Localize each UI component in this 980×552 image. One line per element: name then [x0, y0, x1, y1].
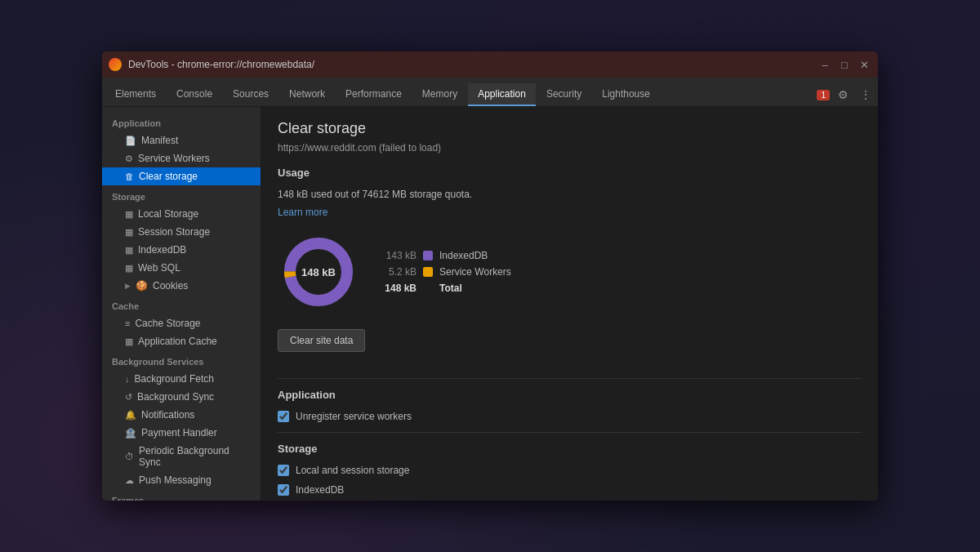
manifest-icon: 📄 [125, 136, 136, 146]
checkbox-local-session: Local and session storage [278, 465, 862, 476]
legend-indexeddb-size: 143 kB [384, 250, 416, 261]
sidebar-item-session-storage-label: Session Storage [138, 226, 210, 238]
legend-sw-label: Service Workers [439, 266, 511, 278]
legend-indexeddb: 143 kB IndexedDB [384, 250, 511, 261]
session-storage-icon: ▦ [125, 227, 133, 238]
legend-sw-size: 5.2 kB [384, 266, 416, 278]
tab-security[interactable]: Security [537, 83, 591, 106]
sidebar-section-application: Application [102, 112, 261, 131]
indexeddb-icon: ▦ [125, 245, 133, 256]
sidebar-item-push-messaging-label: Push Messaging [139, 474, 212, 486]
divider-storage [278, 432, 862, 433]
title-bar: DevTools - chrome-error://chromewebdata/… [102, 51, 878, 78]
notifications-icon: 🔔 [125, 410, 136, 421]
sidebar-item-background-sync[interactable]: ↺ Background Sync [102, 388, 261, 406]
sidebar-item-indexeddb[interactable]: ▦ IndexedDB [102, 241, 261, 259]
cache-storage-icon: ≡ [125, 318, 130, 328]
sidebar-item-cache-storage-label: Cache Storage [135, 318, 200, 329]
expand-icon: ▶ [125, 282, 131, 290]
sidebar-item-periodic-bg-sync[interactable]: ⏱ Periodic Background Sync [102, 442, 261, 471]
sidebar-section-cache: Cache [102, 295, 261, 314]
local-storage-icon: ▦ [125, 209, 133, 220]
sidebar: Application 📄 Manifest ⚙ Service Workers… [102, 107, 261, 501]
sidebar-item-manifest-label: Manifest [141, 135, 178, 146]
more-options-icon[interactable]: ⋮ [857, 87, 875, 103]
learn-more-link[interactable]: Learn more [278, 207, 327, 218]
sidebar-item-push-messaging[interactable]: ☁ Push Messaging [102, 471, 261, 489]
legend-total-label: Total [439, 283, 462, 294]
checkbox-local-session-label: Local and session storage [296, 465, 409, 476]
periodic-bg-sync-icon: ⏱ [125, 452, 134, 461]
checkbox-indexeddb: IndexedDB [278, 484, 862, 496]
tab-elements[interactable]: Elements [105, 83, 166, 106]
tab-bar-right: 1 ⚙ ⋮ [817, 87, 875, 106]
checkbox-indexeddb-input[interactable] [278, 484, 289, 496]
sidebar-item-application-cache-label: Application Cache [138, 336, 217, 347]
checkbox-indexeddb-label: IndexedDB [296, 484, 344, 496]
tab-console[interactable]: Console [167, 83, 222, 106]
legend-indexeddb-color [423, 251, 433, 260]
sidebar-section-frames: Frames [102, 489, 261, 501]
service-workers-icon: ⚙ [125, 154, 133, 164]
maximize-button[interactable]: □ [837, 57, 852, 72]
checkbox-unregister-sw-input[interactable] [278, 411, 289, 422]
sidebar-item-notifications[interactable]: 🔔 Notifications [102, 406, 261, 424]
legend-service-workers: 5.2 kB Service Workers [384, 266, 511, 278]
sidebar-item-cookies[interactable]: ▶ 🍪 Cookies [102, 277, 261, 295]
divider-application [278, 378, 862, 379]
sidebar-item-local-storage[interactable]: ▦ Local Storage [102, 205, 261, 223]
clear-site-data-button[interactable]: Clear site data [278, 329, 365, 352]
legend-total: 148 kB Total [384, 283, 511, 294]
sidebar-item-periodic-bg-sync-label: Periodic Background Sync [139, 445, 251, 468]
sidebar-item-local-storage-label: Local Storage [138, 208, 198, 220]
tab-sources[interactable]: Sources [223, 83, 278, 106]
donut-center-label: 148 kB [301, 266, 336, 278]
checkbox-local-session-input[interactable] [278, 465, 289, 476]
tab-memory[interactable]: Memory [412, 83, 467, 106]
donut-chart: 148 kB [278, 231, 359, 313]
main-area: Application 📄 Manifest ⚙ Service Workers… [102, 107, 878, 501]
tab-application[interactable]: Application [468, 83, 536, 106]
chrome-icon [109, 58, 122, 71]
sidebar-item-clear-storage-label: Clear storage [139, 171, 198, 182]
storage-section-title: Storage [278, 443, 862, 458]
checkbox-unregister-sw-label: Unregister service workers [296, 411, 412, 422]
tab-lighthouse[interactable]: Lighthouse [592, 83, 660, 106]
settings-icon[interactable]: ⚙ [835, 87, 852, 103]
application-section-title: Application [278, 389, 862, 404]
sidebar-item-web-sql-label: Web SQL [138, 262, 180, 274]
sidebar-item-service-workers[interactable]: ⚙ Service Workers [102, 149, 261, 167]
window-controls: – □ ✕ [817, 57, 871, 72]
sidebar-item-background-sync-label: Background Sync [137, 391, 214, 403]
sidebar-item-payment-handler-label: Payment Handler [141, 427, 217, 438]
close-button[interactable]: ✕ [857, 57, 871, 72]
legend-indexeddb-label: IndexedDB [439, 250, 488, 261]
sidebar-item-cache-storage[interactable]: ≡ Cache Storage [102, 314, 261, 332]
sidebar-item-service-workers-label: Service Workers [138, 153, 210, 164]
sidebar-item-session-storage[interactable]: ▦ Session Storage [102, 223, 261, 241]
background-fetch-icon: ↓ [125, 374, 130, 384]
background-sync-icon: ↺ [125, 392, 132, 403]
tab-network[interactable]: Network [279, 83, 335, 106]
cookies-icon: 🍪 [136, 280, 148, 292]
payment-handler-icon: 🏦 [125, 428, 136, 438]
window-title: DevTools - chrome-error://chromewebdata/ [128, 59, 811, 70]
sidebar-item-background-fetch[interactable]: ↓ Background Fetch [102, 370, 261, 388]
devtools-window: DevTools - chrome-error://chromewebdata/… [102, 51, 878, 501]
content-panel: Clear storage https://www.reddit.com (fa… [261, 107, 878, 501]
checkbox-unregister-sw: Unregister service workers [278, 411, 862, 422]
sidebar-item-application-cache[interactable]: ▦ Application Cache [102, 332, 261, 350]
sidebar-item-clear-storage[interactable]: 🗑 Clear storage [102, 167, 261, 185]
sidebar-item-manifest[interactable]: 📄 Manifest [102, 131, 261, 149]
sidebar-item-web-sql[interactable]: ▦ Web SQL [102, 259, 261, 277]
sidebar-item-payment-handler[interactable]: 🏦 Payment Handler [102, 424, 261, 442]
sidebar-item-cookies-label: Cookies [153, 280, 188, 292]
tab-performance[interactable]: Performance [336, 83, 412, 106]
error-badge: 1 [817, 90, 830, 100]
sidebar-item-notifications-label: Notifications [141, 409, 194, 421]
page-title: Clear storage [278, 120, 862, 137]
minimize-button[interactable]: – [817, 57, 832, 72]
chart-legend: 143 kB IndexedDB 5.2 kB Service Workers … [384, 250, 511, 294]
push-messaging-icon: ☁ [125, 475, 134, 486]
usage-text: 148 kB used out of 74612 MB storage quot… [278, 189, 862, 200]
